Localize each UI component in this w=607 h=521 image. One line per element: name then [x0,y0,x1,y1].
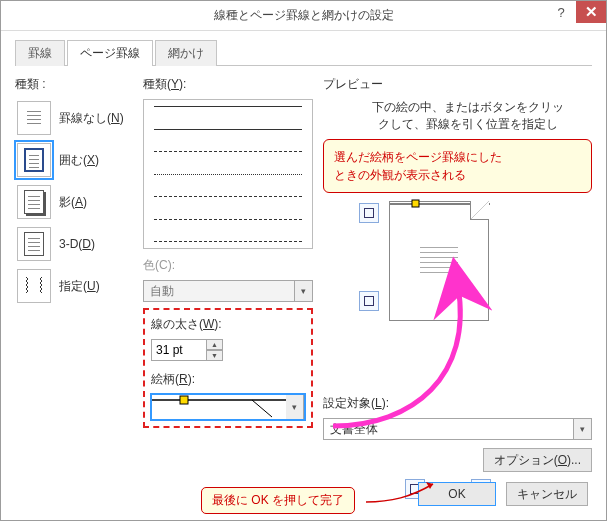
titlebar: 線種とページ罫線と網かけの設定 ? ✕ [1,1,606,31]
col-preview: プレビュー 下の絵の中、またはボタンをクリックして、罫線を引く位置を指定し 選ん… [323,76,592,472]
dialog-window: 線種とページ罫線と網かけの設定 ? ✕ 罫線 ページ罫線 網かけ 種類 : 罫線… [0,0,607,521]
highlight-box: 線の太さ(W): ▲▼ 絵柄(R): ▾ [143,308,313,428]
art-dropdown[interactable]: ▾ [151,394,305,420]
apply-to-value: 文書全体 [323,418,574,440]
tab-border[interactable]: 罫線 [15,40,65,66]
preview-area [323,201,592,331]
page-preview [389,201,489,321]
setting-shadow[interactable]: 影(A) [15,183,133,221]
close-button[interactable]: ✕ [576,1,606,23]
box-icon [17,143,51,177]
tabstrip: 罫線 ページ罫線 網かけ [15,39,592,66]
style-listbox[interactable] [143,99,313,249]
tab-page-border[interactable]: ページ罫線 [67,40,153,66]
shadow-icon [17,185,51,219]
cancel-button[interactable]: キャンセル [506,482,588,506]
color-dropdown-btn: ▾ [295,280,313,302]
dialog-buttons: OK キャンセル [418,482,588,506]
width-input[interactable] [151,339,207,361]
svg-line-2 [252,400,272,417]
svg-rect-4 [412,200,419,207]
art-dropdown-btn[interactable]: ▾ [286,394,304,420]
setting-custom[interactable]: 指定(U) [15,267,133,305]
apply-to-dropdown-btn[interactable]: ▾ [574,418,592,440]
threeD-icon [17,227,51,261]
annotation-callout-bottom: 最後に OK を押して完了 [201,487,355,514]
setting-list: 罫線なし(N) 囲む(X) 影(A) 3-D(D) [15,99,133,305]
apply-to-row: 設定対象(L): 文書全体 ▾ [323,395,592,440]
spin-buttons[interactable]: ▲▼ [207,339,223,361]
width-spinner[interactable]: ▲▼ [151,339,231,361]
edge-button-bottom-left[interactable] [359,291,379,311]
color-label: 色(C): [143,257,313,274]
help-button[interactable]: ? [546,1,576,23]
titlebar-buttons: ? ✕ [546,1,606,23]
art-label: 絵柄(R): [151,371,305,388]
none-icon [17,101,51,135]
edge-button-top[interactable] [359,203,379,223]
ok-button[interactable]: OK [418,482,496,506]
col-style: 種類(Y): 色(C): 自動 ▾ 線の太さ(W): ▲▼ [143,76,313,472]
options-button[interactable]: オプション(O)... [483,448,592,472]
svg-rect-1 [180,396,188,404]
apply-to-label: 設定対象(L): [323,395,592,412]
setting-label: 種類 : [15,76,133,93]
client-area: 罫線 ページ罫線 網かけ 種類 : 罫線なし(N) 囲む(X) [1,31,606,486]
setting-box[interactable]: 囲む(X) [15,141,133,179]
preview-note: 下の絵の中、またはボタンをクリックして、罫線を引く位置を指定し [343,99,592,133]
setting-3d[interactable]: 3-D(D) [15,225,133,263]
color-value: 自動 [143,280,295,302]
preview-label: プレビュー [323,76,592,93]
window-title: 線種とページ罫線と網かけの設定 [1,7,606,24]
custom-icon [17,269,51,303]
annotation-callout-top: 選んだ絵柄をページ罫線にしたときの外観が表示される [323,139,592,193]
width-label: 線の太さ(W): [151,316,305,333]
tab-shading[interactable]: 網かけ [155,40,217,66]
col-setting: 種類 : 罫線なし(N) 囲む(X) 影(A) [15,76,133,472]
style-label: 種類(Y): [143,76,313,93]
apply-to-dropdown[interactable]: 文書全体 ▾ [323,418,592,440]
color-dropdown: 自動 ▾ [143,280,313,302]
setting-none[interactable]: 罫線なし(N) [15,99,133,137]
art-preview-icon [152,395,286,419]
columns: 種類 : 罫線なし(N) 囲む(X) 影(A) [15,76,592,472]
